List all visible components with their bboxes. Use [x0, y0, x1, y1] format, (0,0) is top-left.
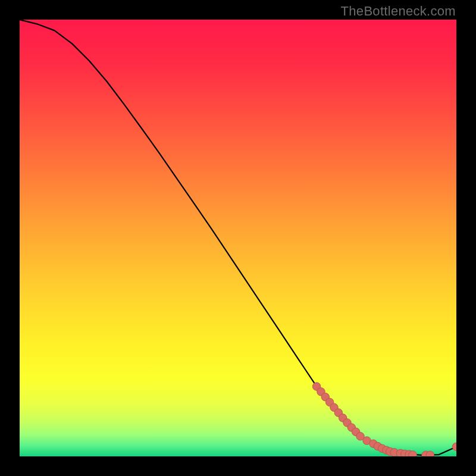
data-point: [452, 443, 456, 451]
data-point: [409, 451, 417, 456]
chart-svg: [20, 20, 456, 456]
watermark-label: TheBottleneck.com: [341, 4, 456, 19]
plot-area: [20, 20, 456, 456]
scatter-markers: [312, 383, 456, 456]
chart-stage: TheBottleneck.com: [0, 0, 476, 476]
curve-line: [20, 20, 456, 455]
